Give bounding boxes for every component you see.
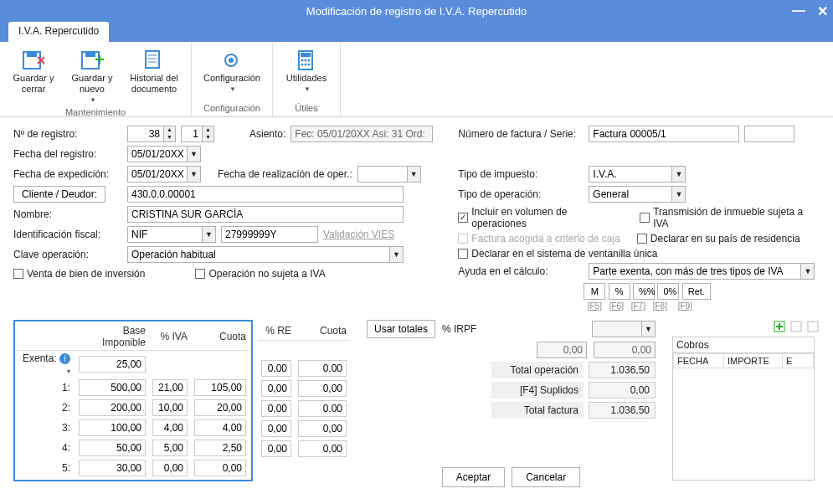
clave-op-select[interactable]: ▼	[127, 246, 404, 263]
tipo-impuesto-select[interactable]: ▼	[589, 166, 686, 183]
fecha-realiz-label: Fecha de realización de oper.:	[218, 168, 352, 180]
idfiscal-label: Identificación fiscal:	[13, 229, 122, 240]
iva-grid: Base Imponible % IVA Cuota Exenta: i ▾ 1…	[17, 323, 249, 478]
irpf-cuota	[594, 342, 656, 358]
ribbon-group-mantenimiento: Guardar y cerrar Guardar y nuevo▼ Histor…	[0, 42, 192, 116]
col-base: Base Imponible	[75, 323, 149, 351]
fecha-exped-input[interactable]: ▼	[127, 166, 201, 183]
tot-fact-label: Total factura	[491, 402, 584, 419]
ayuda-select[interactable]: ▼	[589, 263, 815, 280]
nregistro-input[interactable]: ▲▼	[127, 126, 176, 142]
chevron-down-icon[interactable]: ▼	[304, 84, 311, 95]
cobros-panel: Cobros FECHA IMPORTE E	[672, 337, 815, 481]
cliente-deudor-field[interactable]	[127, 186, 404, 203]
edit-cobro-icon[interactable]	[789, 320, 803, 333]
idfiscal-num-field[interactable]	[221, 226, 318, 243]
irpf-select[interactable]: ▼	[592, 321, 656, 337]
tab-iva-repercutido[interactable]: I.V.A. Repercutido	[8, 22, 109, 42]
svg-rect-26	[808, 321, 818, 332]
exenta-base[interactable]	[79, 356, 146, 373]
col-e[interactable]: E	[783, 354, 814, 368]
numfactura-serie-field[interactable]	[744, 126, 794, 142]
chevron-down-icon[interactable]: ▼	[90, 95, 96, 105]
chk-op-no-sujeta[interactable]: Operación no sujeta a IVA	[195, 268, 325, 280]
validacion-vies-link[interactable]: Validación VIES	[323, 229, 394, 240]
key-f7: [F7]	[627, 301, 649, 311]
col-re: % RE	[258, 321, 295, 340]
chevron-down-icon[interactable]: ▼	[229, 84, 236, 95]
chevron-down-icon: ▼	[642, 321, 656, 337]
svg-rect-25	[791, 321, 801, 332]
minimize-icon[interactable]: —	[792, 3, 805, 18]
chk-declarar-pais[interactable]: Declarar en su país de residencia	[637, 233, 800, 244]
chevron-down-icon: ▼	[672, 186, 686, 203]
key-f5: [F5]	[584, 301, 605, 311]
nregistro2-input[interactable]: ▲▼	[181, 126, 214, 142]
delete-cobro-icon[interactable]	[806, 320, 820, 333]
tipo-operacion-label: Tipo de operación:	[458, 188, 584, 200]
fecha-registro-input[interactable]: ▼	[127, 146, 201, 162]
utilidades-button[interactable]: Utilidades▼	[280, 45, 333, 95]
fecha-realiz-input[interactable]: ▼	[357, 166, 421, 183]
chevron-down-icon: ▼	[672, 166, 686, 183]
chk-venta-inversion[interactable]: Venta de bien de inversión	[13, 268, 145, 280]
col-fecha[interactable]: FECHA	[674, 354, 724, 368]
mini-ret-button[interactable]: Ret.	[682, 283, 711, 300]
mini-0pct-button[interactable]: 0%	[657, 283, 679, 300]
nombre-field[interactable]	[127, 206, 404, 223]
gear-icon	[219, 48, 245, 73]
clave-op-label: Clave operación:	[13, 249, 122, 260]
svg-point-20	[305, 64, 307, 66]
numfactura-field[interactable]	[589, 126, 739, 142]
close-icon[interactable]: ✕	[817, 3, 828, 19]
chk-trans-inmueble[interactable]: Transmisión de inmueble sujeta a IVA	[640, 206, 820, 229]
historial-button[interactable]: Historial del documento	[124, 45, 184, 95]
tabstrip: I.V.A. Repercutido	[0, 22, 833, 42]
cobros-grid[interactable]: FECHA IMPORTE E	[673, 353, 814, 368]
key-f6: [F6]	[605, 301, 627, 311]
chevron-down-icon: ▼	[188, 146, 201, 162]
aceptar-button[interactable]: Aceptar	[442, 467, 505, 487]
key-f8: [F8]	[649, 301, 671, 311]
mini-pct-button[interactable]: %	[609, 283, 630, 300]
nregistro-label: Nº de registro:	[13, 128, 122, 140]
key-f9: [F9]	[671, 301, 699, 311]
row-3: 3:	[17, 418, 249, 438]
col-importe[interactable]: IMPORTE	[724, 354, 783, 368]
row-4: 4:	[17, 438, 249, 458]
idfiscal-tipo-select[interactable]: ▼	[127, 226, 216, 243]
chk-ventanilla[interactable]: Declarar en el sistema de ventanilla úni…	[458, 248, 657, 260]
tipo-operacion-select[interactable]: ▼	[589, 186, 686, 203]
guardar-cerrar-button[interactable]: Guardar y cerrar	[7, 45, 60, 95]
svg-rect-1	[27, 52, 37, 57]
document-history-icon	[141, 48, 167, 73]
irpf-base	[537, 342, 587, 358]
chk-incluir-vol[interactable]: Incluir en volumen de operaciones	[458, 206, 623, 229]
add-cobro-icon[interactable]	[773, 320, 786, 333]
calculator-icon	[293, 48, 320, 73]
svg-point-13	[229, 58, 234, 63]
info-icon[interactable]: i	[59, 353, 70, 364]
window-title: Modificación de registro de I.V.A. Reper…	[306, 5, 527, 18]
numfactura-label: Número de factura / Serie:	[458, 128, 584, 140]
svg-rect-8	[146, 51, 159, 68]
usar-totales-button[interactable]: Usar totales	[367, 320, 435, 338]
cancelar-button[interactable]: Cancelar	[512, 467, 580, 487]
asiento-field	[291, 126, 433, 142]
chk-factura-caja: Factura acogida a criterio de caja	[458, 233, 620, 244]
configuracion-button[interactable]: Configuración▼	[198, 45, 265, 95]
fecha-exped-label: Fecha de expedición:	[13, 168, 122, 180]
tot-op-label: Total operación	[491, 362, 584, 378]
mini-pctpct-button[interactable]: %%	[633, 283, 655, 300]
guardar-nuevo-button[interactable]: Guardar y nuevo▼	[65, 45, 119, 105]
chevron-down-icon: ▼	[390, 246, 404, 263]
svg-point-21	[308, 64, 311, 66]
fecha-registro-label: Fecha del registro:	[13, 148, 122, 160]
row-5: 5:	[17, 458, 249, 478]
mini-M-button[interactable]: M	[584, 283, 605, 300]
svg-point-18	[308, 59, 311, 62]
suplidos-label[interactable]: [F4] Suplidos	[491, 382, 584, 399]
chevron-down-icon[interactable]: ▾	[67, 368, 70, 375]
cliente-deudor-button[interactable]: Cliente / Deudor:	[13, 186, 105, 203]
chevron-down-icon: ▼	[203, 226, 216, 243]
